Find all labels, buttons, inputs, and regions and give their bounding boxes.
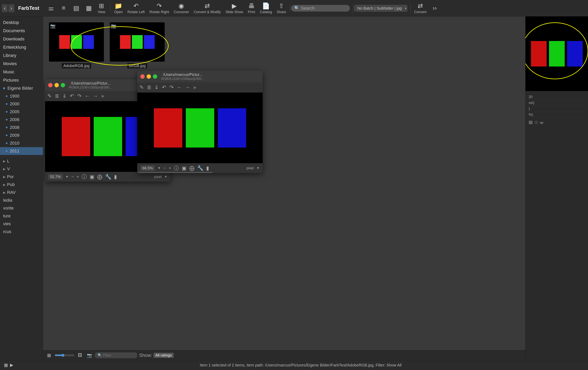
unit-dropdown-2[interactable]: ▼ [256, 166, 260, 170]
float-path-2: /Users/marcus/Pictur... [163, 72, 204, 77]
zoom-in-btn-1[interactable]: + [77, 174, 79, 179]
float-info-btn-2[interactable]: ≣ [147, 84, 151, 90]
sidebar-item-pictures[interactable]: Pictures [0, 76, 43, 84]
float-undo-btn-2[interactable]: ↶ [162, 84, 166, 90]
float-info-btn-1[interactable]: ≣ [55, 93, 59, 99]
float-undo-btn-1[interactable]: ↶ [70, 93, 74, 99]
sidebar-item-por[interactable]: ▶ Por [0, 173, 43, 181]
sidebar-item-entwicklung[interactable]: Entwicklung [0, 43, 43, 51]
sidebar-item-movies[interactable]: Movies [0, 60, 43, 68]
tl-yellow-2[interactable] [147, 74, 151, 79]
float-more-btn-1[interactable]: » [101, 93, 104, 99]
zoom-in-btn-2[interactable]: + [169, 166, 171, 171]
sidebar-item-1900[interactable]: 1900 [0, 92, 43, 100]
sidebar-item-2005[interactable]: 2005 [0, 108, 43, 116]
float-download-btn-1[interactable]: ⇓ [62, 93, 67, 99]
sidebar-item-rcus[interactable]: rcus [0, 228, 43, 236]
more-btn[interactable]: ›› [429, 3, 441, 13]
sidebar-item-2009[interactable]: 2009 [0, 131, 43, 139]
float-redo-btn-2[interactable]: ↷ [169, 84, 174, 90]
zoom-display-2: 66.5% [140, 165, 155, 171]
batch-format-select[interactable]: No Batch | Subfolder | jpg [354, 5, 407, 11]
zoom-dropdown-1[interactable]: ▼ [65, 175, 69, 179]
float-fwd-btn-1[interactable]: → [93, 93, 98, 99]
sidebar-item-2006[interactable]: 2006 [0, 116, 43, 124]
search-input[interactable] [301, 6, 347, 11]
thumbnail-adobergb-wrapper: 📷 [49, 22, 104, 62]
sidebar-item-2010[interactable]: 2010 [0, 139, 43, 147]
tl-green-2[interactable] [153, 74, 157, 79]
sidebar-item-pub[interactable]: ▶ Pub [0, 181, 43, 188]
unit-dropdown-1[interactable]: ▼ [164, 175, 167, 179]
view-icons-btn[interactable]: ⚌ [45, 3, 57, 13]
float-edit-btn-1[interactable]: ✎ [47, 93, 52, 99]
sidebar-item-2008[interactable]: 2008 [0, 124, 43, 131]
forward-arrow-btn[interactable]: › [9, 4, 14, 12]
sidebar-item-desktop[interactable]: Desktop [0, 18, 43, 27]
info-btn-1[interactable]: ⓘ [82, 174, 87, 180]
thumbnail-adobergb[interactable]: 📷 AdobeRGB.jpg [49, 22, 104, 68]
crosshair-btn-2[interactable]: ⨁ [189, 165, 194, 171]
filter-box[interactable]: 🔍 [95, 352, 137, 358]
tl-yellow-1[interactable] [54, 83, 59, 87]
view-list-btn[interactable]: ≡ [58, 3, 70, 13]
print-btn[interactable]: 🖶 Print [246, 1, 258, 15]
view-filmstrip-btn[interactable]: ▤ [70, 3, 82, 13]
sidebar-item-music[interactable]: Music [0, 68, 43, 76]
float-redo-btn-1[interactable]: ↷ [77, 93, 82, 99]
zoom-out-btn-2[interactable]: − [163, 166, 166, 171]
select-btn-1[interactable]: ▣ [90, 174, 94, 180]
thumb-size-slider[interactable] [55, 354, 74, 357]
info-btn-2[interactable]: ⓘ [174, 165, 179, 172]
sidebar-item-media[interactable]: ledia [0, 196, 43, 204]
sidebar-item-documents[interactable]: Documents [0, 27, 43, 35]
wrench-btn-2[interactable]: 🔧 [197, 165, 203, 171]
zoom-dropdown-2[interactable]: ▼ [158, 166, 161, 170]
sidebar-item-ture[interactable]: ture [0, 212, 43, 220]
view-split-btn[interactable]: ▦ [83, 3, 95, 13]
sidebar-item-2011[interactable]: 2011 [0, 147, 43, 155]
open-btn[interactable]: 📁 Open [112, 1, 125, 15]
sidebar-item-downloads[interactable]: Downloads [0, 35, 43, 43]
sidebar-item-library[interactable]: Library [0, 51, 43, 60]
copy-btn-1[interactable]: ▮ [114, 174, 117, 180]
sidebar-item-2000[interactable]: 2000 [0, 100, 43, 108]
float-download-btn-2[interactable]: ⇓ [155, 84, 159, 90]
back-arrow-btn[interactable]: ‹ [2, 4, 8, 12]
view-btn[interactable]: ⊞ View [95, 1, 108, 15]
select-btn-2[interactable]: ▣ [182, 165, 187, 171]
tl-green-1[interactable] [61, 83, 65, 87]
slideshow-btn[interactable]: ▶ Slide Show [223, 1, 246, 15]
sidebar-item-rav[interactable]: ▶ RAV [0, 188, 43, 196]
wrench-btn-1[interactable]: 🔧 [105, 174, 111, 180]
float-more-btn-2[interactable]: » [193, 84, 196, 90]
list-view-btn[interactable]: 🖼 [77, 352, 83, 359]
share-btn[interactable]: ⇧ Share [274, 1, 289, 15]
sidebar-item-v[interactable]: ▶ V [0, 165, 43, 173]
sidebar-item-l[interactable]: ▶ L [0, 157, 43, 165]
zoom-out-btn-1[interactable]: − [71, 174, 74, 179]
right-panel-info: 20 xel) ) %) ▤ ⓘ ap [525, 91, 588, 128]
sidebar-item-vies[interactable]: vies [0, 220, 43, 228]
filter-input[interactable] [103, 353, 135, 358]
copy-btn-2[interactable]: ▮ [206, 165, 209, 171]
tl-red-1[interactable] [48, 83, 52, 87]
cocooner-btn[interactable]: ◉ Cocooner [171, 1, 191, 15]
thumbnail-srgb[interactable]: 📷 sRGB.jpg [110, 22, 165, 68]
sidebar-item-vorite[interactable]: vorite [0, 204, 43, 212]
convert-btn[interactable]: ⇄ Convert & Modify [191, 1, 223, 15]
catalog-btn[interactable]: 📄 Catalog [258, 1, 274, 15]
float-back-btn-1[interactable]: ← [85, 93, 90, 99]
tl-red-2[interactable] [140, 74, 145, 79]
rotate-left-btn[interactable]: ↶ Rotate Left [125, 1, 147, 15]
search-bar[interactable]: 🔍 [291, 5, 350, 11]
float-back-btn-2[interactable]: ← [177, 84, 182, 90]
grid-view-btn[interactable]: ▦ [46, 352, 52, 359]
rotate-right-icon: ↷ [157, 2, 162, 10]
sidebar-item-eigene-bilder[interactable]: Eigene Bilder [0, 84, 43, 92]
convert-right-btn[interactable]: ⇄ Convert [412, 1, 429, 15]
crosshair-btn-1[interactable]: ⨁ [97, 174, 102, 180]
float-edit-btn-2[interactable]: ✎ [139, 84, 144, 90]
float-fwd-btn-2[interactable]: → [185, 84, 190, 90]
rotate-right-btn[interactable]: ↷ Rotate Right [147, 1, 171, 15]
